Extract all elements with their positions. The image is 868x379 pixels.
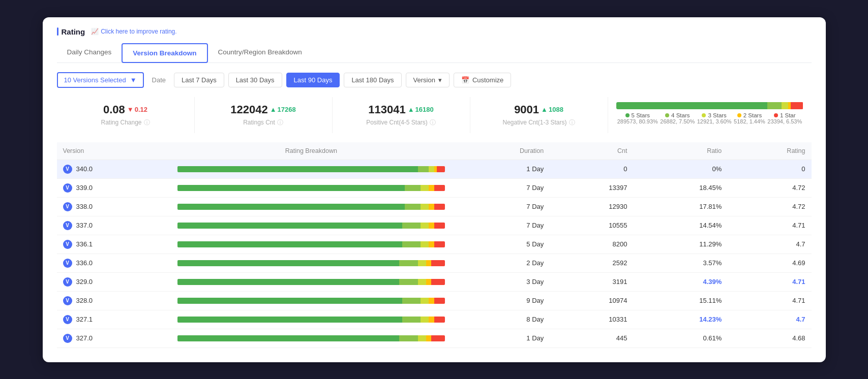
filter-90days[interactable]: Last 90 Days bbox=[286, 73, 340, 87]
cell-cnt-339.0: 13397 bbox=[550, 178, 633, 197]
cell-duration-327.0: 1 Day bbox=[451, 329, 550, 348]
metric-negative-cnt: 9001 ▲ 1088 Negative Cnt(1-3 Stars) ⓘ bbox=[470, 97, 608, 133]
cell-ratio-336.0: 3.57% bbox=[633, 254, 728, 272]
cell-version-327.1: V327.1 bbox=[57, 310, 171, 329]
cell-cnt-338.0: 12930 bbox=[550, 197, 633, 216]
cell-version-338.0: V338.0 bbox=[57, 197, 171, 216]
star-dot-3stars bbox=[702, 113, 706, 117]
info-icon-4[interactable]: ⓘ bbox=[569, 118, 575, 127]
col-duration: Duration bbox=[451, 142, 550, 160]
metric-label-positive-cnt: Positive Cnt(4-5 Stars) ⓘ bbox=[366, 118, 436, 127]
cell-cnt-327.1: 10331 bbox=[550, 310, 633, 329]
cell-bar-328.0 bbox=[171, 291, 451, 310]
cell-duration-327.1: 8 Day bbox=[451, 310, 550, 329]
table-row: V328.09 Day1097415.11%4.71 bbox=[57, 291, 812, 310]
star-dot-4stars bbox=[665, 113, 669, 117]
cell-ratio-327.1: 14.23% bbox=[633, 310, 728, 329]
cell-rating-336.0: 4.69 bbox=[728, 254, 811, 272]
col-rating-breakdown: Rating Breakdown bbox=[171, 142, 451, 160]
cell-bar-327.0 bbox=[171, 329, 451, 348]
rating-header: Rating 📈 Click here to improve rating. bbox=[57, 27, 812, 36]
filter-customize[interactable]: 📅 Customize bbox=[454, 73, 511, 87]
star-dot-1star bbox=[774, 113, 778, 117]
table-row: V339.07 Day1339718.45%4.72 bbox=[57, 178, 812, 197]
metrics-row: 0.08 ▼ 0.12 Rating Change ⓘ 122042 ▲ 172… bbox=[57, 97, 812, 133]
table-body: V340.01 Day00%0V339.07 Day1339718.45%4.7… bbox=[57, 160, 812, 348]
table-row: V338.07 Day1293017.81%4.72 bbox=[57, 197, 812, 216]
cell-bar-339.0 bbox=[171, 178, 451, 197]
date-label: Date bbox=[148, 76, 170, 84]
cell-ratio-339.0: 18.45% bbox=[633, 178, 728, 197]
filter-30days[interactable]: Last 30 Days bbox=[228, 73, 282, 87]
cell-cnt-329.0: 3191 bbox=[550, 272, 633, 291]
col-ratio: Ratio bbox=[633, 142, 728, 160]
cell-ratio-328.0: 15.11% bbox=[633, 291, 728, 310]
col-cnt: Cnt bbox=[550, 142, 633, 160]
cell-rating-327.1: 4.7 bbox=[728, 310, 811, 329]
version-table: Version Rating Breakdown Duration Cnt Ra… bbox=[57, 142, 812, 348]
table-row: V340.01 Day00%0 bbox=[57, 160, 812, 178]
metric-label-negative-cnt: Negative Cnt(1-3 Stars) ⓘ bbox=[502, 118, 575, 127]
tab-daily-changes[interactable]: Daily Changes bbox=[57, 43, 122, 62]
cell-ratio-336.1: 11.29% bbox=[633, 235, 728, 254]
versions-select[interactable]: 10 Versions Selected ▼ bbox=[57, 72, 144, 88]
cell-bar-340.0 bbox=[171, 160, 451, 178]
star-label-1star: 1 Star23394, 6.53% bbox=[767, 112, 802, 124]
rating-section-title: Rating bbox=[57, 27, 85, 36]
metric-value-rating-change: 0.08 ▼ 0.12 bbox=[103, 103, 147, 116]
cell-version-329.0: V329.0 bbox=[57, 272, 171, 291]
cell-duration-340.0: 1 Day bbox=[451, 160, 550, 178]
cell-bar-337.0 bbox=[171, 216, 451, 235]
col-rating: Rating bbox=[728, 142, 811, 160]
calendar-icon: 📅 bbox=[461, 76, 469, 84]
cell-duration-329.0: 3 Day bbox=[451, 272, 550, 291]
info-icon[interactable]: ⓘ bbox=[144, 118, 150, 127]
cell-version-328.0: V328.0 bbox=[57, 291, 171, 310]
cell-rating-336.1: 4.7 bbox=[728, 235, 811, 254]
cell-duration-336.0: 2 Day bbox=[451, 254, 550, 272]
filter-version[interactable]: Version ▾ bbox=[406, 73, 450, 87]
cell-cnt-336.1: 8200 bbox=[550, 235, 633, 254]
cell-version-337.0: V337.0 bbox=[57, 216, 171, 235]
col-version: Version bbox=[57, 142, 171, 160]
table-row: V327.18 Day1033114.23%4.7 bbox=[57, 310, 812, 329]
filter-180days[interactable]: Last 180 Days bbox=[344, 73, 401, 87]
filter-7days[interactable]: Last 7 Days bbox=[174, 73, 224, 87]
filter-row: 10 Versions Selected ▼ Date Last 7 Days … bbox=[57, 72, 812, 88]
improve-rating-link[interactable]: 📈 Click here to improve rating. bbox=[91, 28, 176, 35]
delta-up-3: ▲ 1088 bbox=[541, 106, 563, 113]
info-icon-2[interactable]: ⓘ bbox=[277, 118, 283, 127]
metric-positive-cnt: 113041 ▲ 16180 Positive Cnt(4-5 Stars) ⓘ bbox=[333, 97, 470, 133]
cell-version-336.1: V336.1 bbox=[57, 235, 171, 254]
tabs-row: Daily Changes Version Breakdown Country/… bbox=[57, 43, 812, 63]
cell-version-336.0: V336.0 bbox=[57, 254, 171, 272]
chart-icon: 📈 bbox=[91, 28, 99, 35]
cell-ratio-329.0: 4.39% bbox=[633, 272, 728, 291]
table-row: V336.15 Day820011.29%4.7 bbox=[57, 235, 812, 254]
chevron-down-icon: ▾ bbox=[438, 76, 442, 84]
cell-bar-329.0 bbox=[171, 272, 451, 291]
info-icon-3[interactable]: ⓘ bbox=[430, 118, 436, 127]
star-label-5stars: 5 Stars289573, 80.93% bbox=[617, 112, 658, 124]
table-header-row: Version Rating Breakdown Duration Cnt Ra… bbox=[57, 142, 812, 160]
cell-version-339.0: V339.0 bbox=[57, 178, 171, 197]
cell-bar-336.1 bbox=[171, 235, 451, 254]
stars-card: 5 Stars289573, 80.93%4 Stars26882, 7.50%… bbox=[608, 97, 812, 133]
cell-ratio-327.0: 0.61% bbox=[633, 329, 728, 348]
star-dot-5stars bbox=[625, 113, 630, 117]
delta-up-2: ▲ 16180 bbox=[408, 106, 434, 113]
cell-bar-336.0 bbox=[171, 254, 451, 272]
metric-value-ratings-cnt: 122042 ▲ 17268 bbox=[230, 103, 295, 116]
tab-version-breakdown[interactable]: Version Breakdown bbox=[122, 43, 207, 63]
cell-rating-338.0: 4.72 bbox=[728, 197, 811, 216]
cell-ratio-337.0: 14.54% bbox=[633, 216, 728, 235]
cell-bar-338.0 bbox=[171, 197, 451, 216]
tab-country-region[interactable]: Country/Region Breakdown bbox=[208, 43, 312, 62]
cell-rating-329.0: 4.71 bbox=[728, 272, 811, 291]
cell-rating-327.0: 4.68 bbox=[728, 329, 811, 348]
star-dot-2stars bbox=[737, 113, 741, 117]
cell-duration-338.0: 7 Day bbox=[451, 197, 550, 216]
table-row: V337.07 Day1055514.54%4.71 bbox=[57, 216, 812, 235]
star-label-2stars: 2 Stars5182, 1.44% bbox=[734, 112, 765, 124]
cell-cnt-328.0: 10974 bbox=[550, 291, 633, 310]
